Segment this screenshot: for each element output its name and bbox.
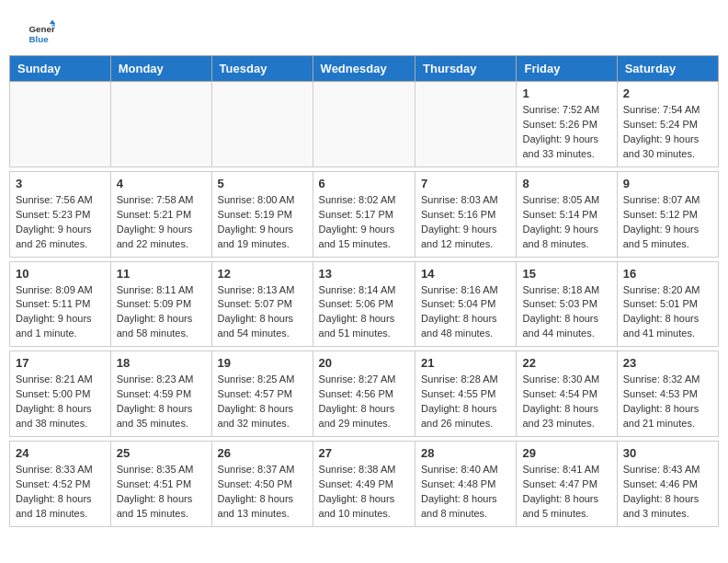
- day-number: 4: [117, 177, 206, 190]
- calendar-cell: 1Sunrise: 7:52 AM Sunset: 5:26 PM Daylig…: [517, 82, 617, 167]
- calendar-week-row: 17Sunrise: 8:21 AM Sunset: 5:00 PM Dayli…: [10, 351, 719, 437]
- weekday-header-sunday: Sunday: [10, 56, 111, 82]
- day-number: 10: [16, 267, 105, 281]
- calendar-cell: 5Sunrise: 8:00 AM Sunset: 5:19 PM Daylig…: [211, 171, 313, 257]
- day-info: Sunrise: 8:38 AM Sunset: 4:49 PM Dayligh…: [319, 463, 409, 522]
- day-info: Sunrise: 7:52 AM Sunset: 5:26 PM Dayligh…: [522, 103, 610, 162]
- calendar-cell: 19Sunrise: 8:25 AM Sunset: 4:57 PM Dayli…: [211, 351, 313, 437]
- calendar-cell: [211, 82, 313, 167]
- calendar-cell: 16Sunrise: 8:20 AM Sunset: 5:01 PM Dayli…: [617, 261, 718, 347]
- page-container: General Blue SundayMondayTuesdayWednesda…: [0, 0, 728, 546]
- day-info: Sunrise: 8:07 AM Sunset: 5:12 PM Dayligh…: [623, 193, 712, 252]
- calendar-cell: 26Sunrise: 8:37 AM Sunset: 4:50 PM Dayli…: [211, 442, 313, 527]
- day-number: 17: [16, 356, 105, 370]
- day-number: 1: [522, 86, 610, 100]
- day-info: Sunrise: 8:25 AM Sunset: 4:57 PM Dayligh…: [218, 373, 307, 431]
- day-number: 20: [319, 356, 409, 370]
- calendar-cell: 21Sunrise: 8:28 AM Sunset: 4:55 PM Dayli…: [415, 351, 517, 437]
- day-number: 25: [117, 446, 206, 460]
- weekday-header-wednesday: Wednesday: [313, 56, 415, 82]
- calendar-cell: 12Sunrise: 8:13 AM Sunset: 5:07 PM Dayli…: [211, 261, 313, 347]
- day-number: 14: [421, 267, 510, 281]
- day-info: Sunrise: 8:37 AM Sunset: 4:50 PM Dayligh…: [218, 463, 307, 522]
- day-info: Sunrise: 8:16 AM Sunset: 5:04 PM Dayligh…: [421, 283, 510, 342]
- day-info: Sunrise: 8:20 AM Sunset: 5:01 PM Dayligh…: [623, 283, 712, 342]
- day-number: 21: [421, 356, 510, 370]
- day-number: 5: [218, 177, 307, 190]
- calendar-cell: 22Sunrise: 8:30 AM Sunset: 4:54 PM Dayli…: [517, 351, 617, 437]
- day-info: Sunrise: 8:14 AM Sunset: 5:06 PM Dayligh…: [319, 283, 409, 342]
- day-number: 27: [319, 446, 409, 460]
- calendar-cell: 4Sunrise: 7:58 AM Sunset: 5:21 PM Daylig…: [110, 171, 211, 257]
- calendar-cell: [10, 82, 111, 167]
- day-info: Sunrise: 8:21 AM Sunset: 5:00 PM Dayligh…: [16, 373, 105, 431]
- day-info: Sunrise: 8:28 AM Sunset: 4:55 PM Dayligh…: [421, 373, 510, 431]
- calendar-cell: 28Sunrise: 8:40 AM Sunset: 4:48 PM Dayli…: [415, 442, 517, 527]
- day-info: Sunrise: 8:23 AM Sunset: 4:59 PM Dayligh…: [117, 373, 206, 431]
- day-number: 6: [319, 177, 409, 190]
- calendar-cell: 17Sunrise: 8:21 AM Sunset: 5:00 PM Dayli…: [10, 351, 111, 437]
- day-info: Sunrise: 7:54 AM Sunset: 5:24 PM Dayligh…: [623, 103, 712, 162]
- day-info: Sunrise: 8:02 AM Sunset: 5:17 PM Dayligh…: [319, 193, 409, 252]
- day-number: 8: [522, 177, 610, 190]
- day-number: 18: [117, 356, 206, 370]
- day-info: Sunrise: 8:40 AM Sunset: 4:48 PM Dayligh…: [421, 463, 510, 522]
- day-number: 9: [623, 177, 712, 190]
- calendar-cell: 6Sunrise: 8:02 AM Sunset: 5:17 PM Daylig…: [313, 171, 415, 257]
- calendar-cell: 15Sunrise: 8:18 AM Sunset: 5:03 PM Dayli…: [517, 261, 617, 347]
- day-number: 29: [522, 446, 610, 460]
- day-info: Sunrise: 8:35 AM Sunset: 4:51 PM Dayligh…: [117, 463, 206, 522]
- weekday-header-tuesday: Tuesday: [211, 56, 313, 82]
- calendar-week-row: 10Sunrise: 8:09 AM Sunset: 5:11 PM Dayli…: [10, 261, 719, 347]
- day-info: Sunrise: 8:09 AM Sunset: 5:11 PM Dayligh…: [16, 283, 105, 342]
- day-number: 15: [522, 267, 610, 281]
- logo: General Blue: [28, 18, 59, 46]
- day-info: Sunrise: 8:27 AM Sunset: 4:56 PM Dayligh…: [319, 373, 409, 431]
- weekday-header-monday: Monday: [110, 56, 211, 82]
- day-info: Sunrise: 8:00 AM Sunset: 5:19 PM Dayligh…: [218, 193, 307, 252]
- day-info: Sunrise: 8:13 AM Sunset: 5:07 PM Dayligh…: [218, 283, 307, 342]
- day-info: Sunrise: 8:11 AM Sunset: 5:09 PM Dayligh…: [117, 283, 206, 342]
- day-number: 11: [117, 267, 206, 281]
- calendar-cell: [415, 82, 517, 167]
- calendar-cell: 3Sunrise: 7:56 AM Sunset: 5:23 PM Daylig…: [10, 171, 111, 257]
- calendar-wrapper: SundayMondayTuesdayWednesdayThursdayFrid…: [0, 55, 728, 546]
- calendar-cell: 27Sunrise: 8:38 AM Sunset: 4:49 PM Dayli…: [313, 442, 415, 527]
- calendar-cell: 18Sunrise: 8:23 AM Sunset: 4:59 PM Dayli…: [110, 351, 211, 437]
- logo-icon: General Blue: [28, 18, 55, 46]
- day-number: 22: [522, 356, 610, 370]
- day-number: 30: [623, 446, 712, 460]
- calendar-cell: 8Sunrise: 8:05 AM Sunset: 5:14 PM Daylig…: [517, 171, 617, 257]
- calendar-cell: 20Sunrise: 8:27 AM Sunset: 4:56 PM Dayli…: [313, 351, 415, 437]
- day-number: 16: [623, 267, 712, 281]
- day-info: Sunrise: 8:33 AM Sunset: 4:52 PM Dayligh…: [16, 463, 105, 522]
- day-number: 3: [16, 177, 105, 190]
- calendar-cell: 13Sunrise: 8:14 AM Sunset: 5:06 PM Dayli…: [313, 261, 415, 347]
- day-number: 23: [623, 356, 712, 370]
- weekday-header-thursday: Thursday: [415, 56, 517, 82]
- day-info: Sunrise: 7:58 AM Sunset: 5:21 PM Dayligh…: [117, 193, 206, 252]
- day-info: Sunrise: 8:41 AM Sunset: 4:47 PM Dayligh…: [522, 463, 610, 522]
- day-number: 13: [319, 267, 409, 281]
- calendar-cell: 30Sunrise: 8:43 AM Sunset: 4:46 PM Dayli…: [617, 442, 718, 527]
- svg-text:General: General: [29, 24, 56, 34]
- calendar-header-row: SundayMondayTuesdayWednesdayThursdayFrid…: [10, 56, 719, 82]
- day-info: Sunrise: 7:56 AM Sunset: 5:23 PM Dayligh…: [16, 193, 105, 252]
- day-number: 24: [16, 446, 105, 460]
- day-number: 28: [421, 446, 510, 460]
- calendar-cell: 24Sunrise: 8:33 AM Sunset: 4:52 PM Dayli…: [10, 442, 111, 527]
- day-info: Sunrise: 8:18 AM Sunset: 5:03 PM Dayligh…: [522, 283, 610, 342]
- day-number: 12: [218, 267, 307, 281]
- calendar-cell: 7Sunrise: 8:03 AM Sunset: 5:16 PM Daylig…: [415, 171, 517, 257]
- svg-text:Blue: Blue: [29, 34, 50, 44]
- day-number: 7: [421, 177, 510, 190]
- day-number: 19: [218, 356, 307, 370]
- day-info: Sunrise: 8:32 AM Sunset: 4:53 PM Dayligh…: [623, 373, 712, 431]
- calendar-cell: 29Sunrise: 8:41 AM Sunset: 4:47 PM Dayli…: [517, 442, 617, 527]
- calendar-cell: [313, 82, 415, 167]
- calendar-cell: [110, 82, 211, 167]
- day-info: Sunrise: 8:03 AM Sunset: 5:16 PM Dayligh…: [421, 193, 510, 252]
- weekday-header-saturday: Saturday: [617, 56, 718, 82]
- calendar-cell: 25Sunrise: 8:35 AM Sunset: 4:51 PM Dayli…: [110, 442, 211, 527]
- header: General Blue: [0, 0, 728, 55]
